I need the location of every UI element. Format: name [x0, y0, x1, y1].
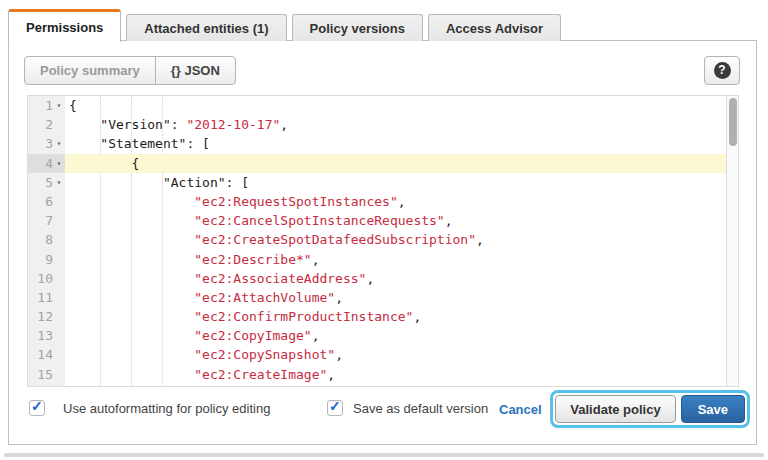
- line-number: 5: [45, 173, 53, 192]
- policy-summary-button[interactable]: Policy summary: [25, 57, 155, 84]
- code-text: "ec2:ConfirmProductInstance",: [65, 307, 738, 326]
- save-button[interactable]: Save: [681, 395, 745, 423]
- code-line[interactable]: 1▾{: [28, 96, 738, 115]
- json-button[interactable]: {} JSON: [155, 57, 235, 84]
- code-line[interactable]: 8 "ec2:CreateSpotDatafeedSubscription",: [28, 230, 738, 249]
- gutter-cell: 13: [28, 326, 65, 345]
- code-line[interactable]: 5▾ "Action": [: [28, 173, 738, 192]
- fold-arrow-icon[interactable]: ▾: [53, 96, 65, 115]
- editor-footer: ✓ Use autoformatting for policy editing …: [9, 387, 756, 437]
- line-number: 3: [45, 134, 53, 153]
- code-text: {: [65, 96, 738, 115]
- default-version-checkbox-group[interactable]: ✓ Save as default version: [327, 400, 488, 416]
- gutter-cell: 10: [28, 269, 65, 288]
- code-line[interactable]: 3▾ "Statement": [: [28, 134, 738, 153]
- tab-attached-entities[interactable]: Attached entities (1): [126, 14, 286, 41]
- code-line[interactable]: 7 "ec2:CancelSpotInstanceRequests",: [28, 211, 738, 230]
- default-version-checkbox[interactable]: ✓: [327, 400, 343, 416]
- code-line[interactable]: 2 "Version": "2012-10-17",: [28, 115, 738, 134]
- button-focus-ring: Validate policy Save: [550, 390, 750, 428]
- scrollbar-thumb[interactable]: [729, 98, 737, 146]
- line-number: 13: [37, 326, 53, 345]
- code-text: {: [65, 154, 738, 173]
- validate-policy-button[interactable]: Validate policy: [555, 395, 675, 423]
- code-lines: 1▾{2 "Version": "2012-10-17",3▾ "Stateme…: [28, 96, 738, 384]
- permissions-panel: Policy summary {} JSON ? 1▾{2 "Version":…: [8, 40, 757, 445]
- code-text: "ec2:CopyImage",: [65, 326, 738, 345]
- code-text: "ec2:CreateSpotDatafeedSubscription",: [65, 230, 738, 249]
- code-line[interactable]: 11 "ec2:AttachVolume",: [28, 288, 738, 307]
- line-number: 2: [45, 115, 53, 134]
- default-version-label: Save as default version: [353, 401, 488, 416]
- code-text: "ec2:RequestSpotInstances",: [65, 192, 738, 211]
- code-line[interactable]: 15 "ec2:CreateImage",: [28, 365, 738, 384]
- code-text: "Action": [: [65, 173, 738, 192]
- code-line[interactable]: 4▾ {: [28, 154, 738, 173]
- code-text: "Statement": [: [65, 134, 738, 153]
- editor-scrollbar[interactable]: [726, 96, 738, 386]
- line-number: 1: [45, 96, 53, 115]
- code-text: "ec2:Describe*",: [65, 250, 738, 269]
- line-number: 11: [37, 288, 53, 307]
- question-icon: ?: [714, 62, 731, 79]
- code-line[interactable]: 12 "ec2:ConfirmProductInstance",: [28, 307, 738, 326]
- gutter-cell: 8: [28, 230, 65, 249]
- cancel-link[interactable]: Cancel: [499, 402, 542, 417]
- fold-arrow-icon[interactable]: ▾: [53, 154, 65, 173]
- view-toggle: Policy summary {} JSON: [24, 56, 236, 85]
- editor-toolbar: Policy summary {} JSON ?: [9, 56, 756, 86]
- gutter-cell: 5▾: [28, 173, 65, 192]
- gutter-cell: 14: [28, 345, 65, 364]
- gutter-cell: 3▾: [28, 134, 65, 153]
- tab-policy-versions[interactable]: Policy versions: [292, 14, 423, 41]
- code-line[interactable]: 6 "ec2:RequestSpotInstances",: [28, 192, 738, 211]
- code-text: "ec2:AssociateAddress",: [65, 269, 738, 288]
- check-icon: ✓: [329, 398, 341, 414]
- gutter-cell: 4▾: [28, 154, 65, 173]
- code-text: "ec2:CreateImage",: [65, 365, 738, 384]
- code-line[interactable]: 9 "ec2:Describe*",: [28, 250, 738, 269]
- policy-editor-page: PermissionsAttached entities (1)Policy v…: [0, 0, 768, 460]
- fold-arrow-icon[interactable]: ▾: [53, 134, 65, 153]
- gutter-cell: 1▾: [28, 96, 65, 115]
- gutter-cell: 12: [28, 307, 65, 326]
- line-number: 12: [37, 307, 53, 326]
- gutter-cell: 6: [28, 192, 65, 211]
- line-number: 7: [45, 211, 53, 230]
- code-line[interactable]: 14 "ec2:CopySnapshot",: [28, 345, 738, 364]
- line-number: 14: [37, 345, 53, 364]
- gutter-cell: 9: [28, 250, 65, 269]
- json-editor[interactable]: 1▾{2 "Version": "2012-10-17",3▾ "Stateme…: [27, 95, 739, 387]
- line-number: 10: [37, 269, 53, 288]
- line-number: 6: [45, 192, 53, 211]
- autoformat-checkbox-group[interactable]: ✓ Use autoformatting for policy editing: [29, 400, 270, 416]
- gutter-cell: 11: [28, 288, 65, 307]
- code-text: "ec2:CancelSpotInstanceRequests",: [65, 211, 738, 230]
- line-number: 9: [45, 250, 53, 269]
- code-text: "ec2:AttachVolume",: [65, 288, 738, 307]
- fold-arrow-icon[interactable]: ▾: [53, 173, 65, 192]
- tab-permissions[interactable]: Permissions: [8, 9, 121, 42]
- code-line[interactable]: 13 "ec2:CopyImage",: [28, 326, 738, 345]
- line-number: 4: [45, 154, 53, 173]
- gutter-cell: 15: [28, 365, 65, 384]
- line-number: 15: [37, 365, 53, 384]
- line-number: 8: [45, 230, 53, 249]
- code-text: "ec2:CopySnapshot",: [65, 345, 738, 364]
- tab-bar: PermissionsAttached entities (1)Policy v…: [8, 8, 561, 41]
- page-divider: [4, 453, 764, 457]
- code-text: "Version": "2012-10-17",: [65, 115, 738, 134]
- autoformat-label: Use autoformatting for policy editing: [63, 401, 270, 416]
- help-button[interactable]: ?: [704, 56, 740, 85]
- check-icon: ✓: [31, 398, 43, 414]
- gutter-cell: 7: [28, 211, 65, 230]
- gutter-cell: 2: [28, 115, 65, 134]
- autoformat-checkbox[interactable]: ✓: [29, 400, 45, 416]
- code-line[interactable]: 10 "ec2:AssociateAddress",: [28, 269, 738, 288]
- tab-access-advisor[interactable]: Access Advisor: [428, 14, 561, 41]
